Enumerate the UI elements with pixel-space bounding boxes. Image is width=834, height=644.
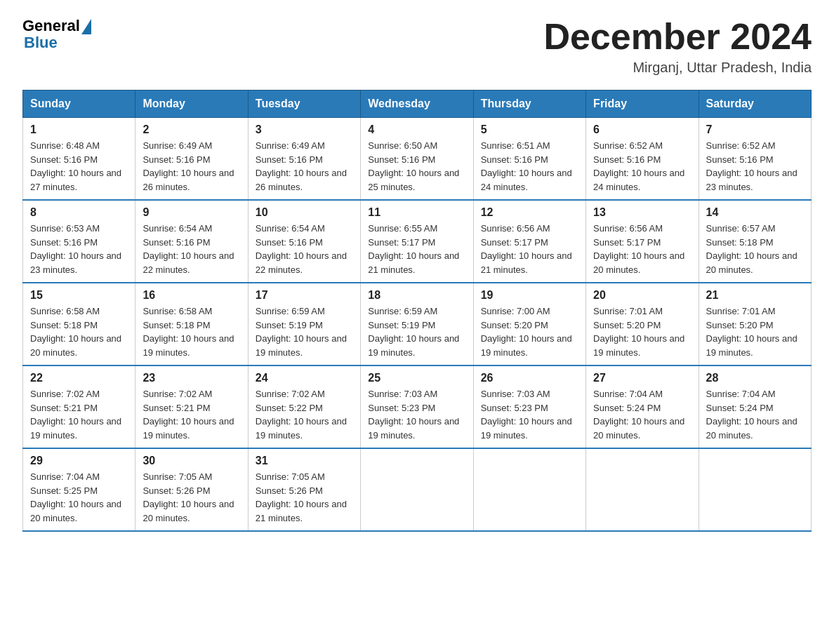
calendar-cell: 15Sunrise: 6:58 AMSunset: 5:18 PMDayligh… (23, 283, 135, 365)
calendar-week-2: 8Sunrise: 6:53 AMSunset: 5:16 PMDaylight… (23, 200, 812, 283)
day-number: 31 (256, 455, 353, 467)
calendar-cell: 7Sunrise: 6:52 AMSunset: 5:16 PMDaylight… (699, 118, 811, 201)
weekday-header-wednesday: Wednesday (361, 90, 473, 118)
day-info: Sunrise: 6:58 AMSunset: 5:18 PMDaylight:… (143, 304, 240, 359)
calendar-cell: 27Sunrise: 7:04 AMSunset: 5:24 PMDayligh… (586, 365, 699, 448)
calendar-cell: 12Sunrise: 6:56 AMSunset: 5:17 PMDayligh… (473, 200, 585, 283)
calendar-cell (699, 448, 811, 531)
day-number: 14 (706, 206, 804, 219)
day-number: 13 (593, 206, 691, 219)
calendar-week-4: 22Sunrise: 7:02 AMSunset: 5:21 PMDayligh… (23, 365, 812, 448)
day-number: 26 (481, 372, 578, 384)
weekday-header-thursday: Thursday (473, 90, 585, 118)
day-info: Sunrise: 6:53 AMSunset: 5:16 PMDaylight:… (30, 222, 128, 276)
calendar-cell: 19Sunrise: 7:00 AMSunset: 5:20 PMDayligh… (473, 283, 585, 365)
day-number: 9 (143, 206, 240, 219)
day-info: Sunrise: 6:59 AMSunset: 5:19 PMDaylight:… (256, 304, 353, 359)
calendar-cell: 24Sunrise: 7:02 AMSunset: 5:22 PMDayligh… (248, 365, 360, 448)
calendar-cell: 22Sunrise: 7:02 AMSunset: 5:21 PMDayligh… (23, 365, 135, 448)
day-number: 29 (30, 455, 128, 467)
day-number: 27 (593, 372, 691, 384)
day-info: Sunrise: 6:56 AMSunset: 5:17 PMDaylight:… (481, 222, 578, 276)
day-number: 1 (30, 123, 128, 136)
day-number: 2 (143, 123, 240, 136)
day-number: 17 (256, 289, 353, 302)
calendar-week-1: 1Sunrise: 6:48 AMSunset: 5:16 PMDaylight… (23, 118, 812, 201)
calendar-cell: 1Sunrise: 6:48 AMSunset: 5:16 PMDaylight… (23, 118, 135, 201)
day-info: Sunrise: 6:50 AMSunset: 5:16 PMDaylight:… (368, 139, 465, 194)
calendar-cell: 21Sunrise: 7:01 AMSunset: 5:20 PMDayligh… (699, 283, 811, 365)
day-info: Sunrise: 7:02 AMSunset: 5:21 PMDaylight:… (143, 387, 240, 442)
calendar-cell: 6Sunrise: 6:52 AMSunset: 5:16 PMDaylight… (586, 118, 699, 201)
day-number: 7 (706, 123, 804, 136)
day-info: Sunrise: 6:56 AMSunset: 5:17 PMDaylight:… (593, 222, 691, 276)
calendar-cell: 25Sunrise: 7:03 AMSunset: 5:23 PMDayligh… (361, 365, 473, 448)
day-info: Sunrise: 7:00 AMSunset: 5:20 PMDaylight:… (481, 304, 578, 359)
day-info: Sunrise: 7:02 AMSunset: 5:22 PMDaylight:… (256, 387, 353, 442)
calendar-cell: 8Sunrise: 6:53 AMSunset: 5:16 PMDaylight… (23, 200, 135, 283)
day-number: 16 (143, 289, 240, 302)
day-info: Sunrise: 6:58 AMSunset: 5:18 PMDaylight:… (30, 304, 128, 359)
day-number: 8 (30, 206, 128, 219)
day-info: Sunrise: 6:55 AMSunset: 5:17 PMDaylight:… (368, 222, 465, 276)
weekday-header-sunday: Sunday (23, 90, 135, 118)
day-number: 22 (30, 372, 128, 384)
calendar-cell: 20Sunrise: 7:01 AMSunset: 5:20 PMDayligh… (586, 283, 699, 365)
day-info: Sunrise: 6:52 AMSunset: 5:16 PMDaylight:… (593, 139, 691, 194)
day-number: 6 (593, 123, 691, 136)
weekday-header-tuesday: Tuesday (248, 90, 360, 118)
day-number: 21 (706, 289, 804, 302)
calendar-week-5: 29Sunrise: 7:04 AMSunset: 5:25 PMDayligh… (23, 448, 812, 531)
day-info: Sunrise: 6:49 AMSunset: 5:16 PMDaylight:… (256, 139, 353, 194)
day-info: Sunrise: 7:01 AMSunset: 5:20 PMDaylight:… (706, 304, 804, 359)
logo: General Blue (22, 17, 91, 52)
day-info: Sunrise: 6:54 AMSunset: 5:16 PMDaylight:… (256, 222, 353, 276)
calendar-cell: 3Sunrise: 6:49 AMSunset: 5:16 PMDaylight… (248, 118, 360, 201)
day-info: Sunrise: 7:04 AMSunset: 5:25 PMDaylight:… (30, 470, 128, 525)
day-info: Sunrise: 7:03 AMSunset: 5:23 PMDaylight:… (368, 387, 465, 442)
calendar-cell: 5Sunrise: 6:51 AMSunset: 5:16 PMDaylight… (473, 118, 585, 201)
calendar-header: SundayMondayTuesdayWednesdayThursdayFrid… (23, 90, 812, 118)
location-subtitle: Mirganj, Uttar Pradesh, India (543, 60, 812, 76)
calendar-cell: 29Sunrise: 7:04 AMSunset: 5:25 PMDayligh… (23, 448, 135, 531)
calendar-table: SundayMondayTuesdayWednesdayThursdayFrid… (22, 90, 812, 532)
calendar-cell: 23Sunrise: 7:02 AMSunset: 5:21 PMDayligh… (135, 365, 248, 448)
weekday-header-friday: Friday (586, 90, 699, 118)
day-number: 18 (368, 289, 465, 302)
calendar-cell: 2Sunrise: 6:49 AMSunset: 5:16 PMDaylight… (135, 118, 248, 201)
day-info: Sunrise: 6:54 AMSunset: 5:16 PMDaylight:… (143, 222, 240, 276)
day-number: 10 (256, 206, 353, 219)
day-number: 5 (481, 123, 578, 136)
day-info: Sunrise: 7:05 AMSunset: 5:26 PMDaylight:… (256, 470, 353, 525)
day-number: 15 (30, 289, 128, 302)
calendar-body: 1Sunrise: 6:48 AMSunset: 5:16 PMDaylight… (23, 118, 812, 532)
calendar-cell: 18Sunrise: 6:59 AMSunset: 5:19 PMDayligh… (361, 283, 473, 365)
day-number: 12 (481, 206, 578, 219)
calendar-cell: 14Sunrise: 6:57 AMSunset: 5:18 PMDayligh… (699, 200, 811, 283)
calendar-cell: 13Sunrise: 6:56 AMSunset: 5:17 PMDayligh… (586, 200, 699, 283)
day-number: 3 (256, 123, 353, 136)
calendar-cell (586, 448, 699, 531)
calendar-cell (361, 448, 473, 531)
day-info: Sunrise: 6:48 AMSunset: 5:16 PMDaylight:… (30, 139, 128, 194)
day-number: 28 (706, 372, 804, 384)
day-info: Sunrise: 7:04 AMSunset: 5:24 PMDaylight:… (593, 387, 691, 442)
calendar-cell (473, 448, 585, 531)
calendar-cell: 17Sunrise: 6:59 AMSunset: 5:19 PMDayligh… (248, 283, 360, 365)
day-number: 19 (481, 289, 578, 302)
calendar-cell: 16Sunrise: 6:58 AMSunset: 5:18 PMDayligh… (135, 283, 248, 365)
page-header: General Blue December 2024 Mirganj, Utta… (22, 17, 812, 76)
day-info: Sunrise: 6:59 AMSunset: 5:19 PMDaylight:… (368, 304, 465, 359)
month-title: December 2024 (543, 17, 812, 57)
title-section: December 2024 Mirganj, Uttar Pradesh, In… (543, 17, 812, 76)
day-info: Sunrise: 6:57 AMSunset: 5:18 PMDaylight:… (706, 222, 804, 276)
calendar-cell: 30Sunrise: 7:05 AMSunset: 5:26 PMDayligh… (135, 448, 248, 531)
day-number: 24 (256, 372, 353, 384)
day-info: Sunrise: 7:05 AMSunset: 5:26 PMDaylight:… (143, 470, 240, 525)
day-number: 11 (368, 206, 465, 219)
weekday-header-saturday: Saturday (699, 90, 811, 118)
day-info: Sunrise: 7:04 AMSunset: 5:24 PMDaylight:… (706, 387, 804, 442)
calendar-cell: 11Sunrise: 6:55 AMSunset: 5:17 PMDayligh… (361, 200, 473, 283)
day-number: 30 (143, 455, 240, 467)
day-info: Sunrise: 6:51 AMSunset: 5:16 PMDaylight:… (481, 139, 578, 194)
